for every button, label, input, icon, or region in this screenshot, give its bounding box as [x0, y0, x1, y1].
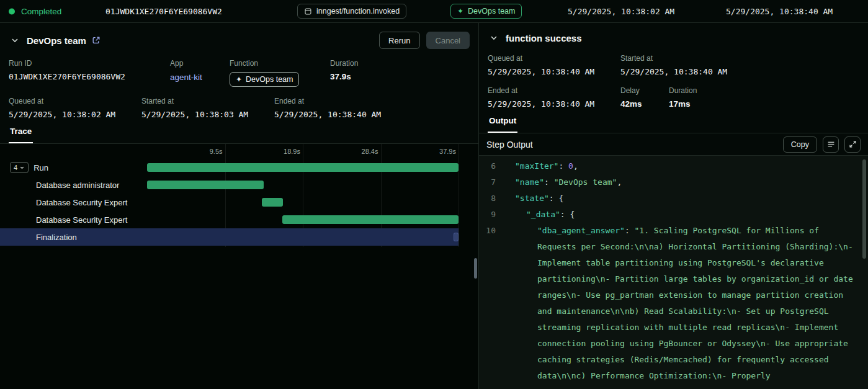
step-duration-value: 17ms: [669, 99, 802, 109]
queued-at-label: Queued at: [9, 97, 141, 105]
step-ended-label: Ended at: [488, 86, 620, 95]
function-pill[interactable]: ✦ DevOps team: [230, 72, 299, 87]
cancel-button[interactable]: Cancel: [426, 32, 470, 49]
axis-tick-label: 28.4s: [362, 148, 378, 155]
topbar-run-id: 01JWDK1XE270F6YE69086VW2: [105, 7, 222, 16]
collapse-run-button[interactable]: [9, 34, 21, 47]
line-number: 7: [479, 174, 504, 190]
delay-value: 42ms: [620, 99, 669, 109]
trace-row[interactable]: Database administrator: [0, 176, 478, 194]
step-queued-label: Queued at: [488, 54, 620, 63]
ended-at-value: 5/29/2025, 10:38:40 AM: [274, 110, 407, 119]
tab-output[interactable]: Output: [488, 112, 517, 133]
code-viewer[interactable]: 6"maxIter": 0,7"name": "DevOps team",8"s…: [479, 156, 868, 389]
event-badge[interactable]: inngest/function.invoked: [297, 4, 406, 19]
code-content: "state": {: [504, 190, 858, 207]
trace-bar[interactable]: [147, 163, 459, 172]
run-status: Completed: [9, 7, 61, 16]
trace-row-label-area: Database administrator: [0, 181, 147, 190]
trace-row[interactable]: 4Run: [0, 159, 478, 176]
duration-label: Duration: [330, 59, 470, 68]
rerun-button[interactable]: Rerun: [379, 32, 419, 49]
trace-row[interactable]: Database Security Expert: [0, 194, 478, 211]
collapse-count: 4: [14, 164, 17, 171]
line-number: 10: [479, 223, 504, 384]
started-at-value: 5/29/2025, 10:38:03 AM: [141, 110, 274, 119]
code-scrollbar[interactable]: [862, 159, 866, 259]
chevron-down-icon: [489, 33, 499, 43]
wrap-lines-button[interactable]: [823, 136, 839, 153]
trace-bar-area: [147, 228, 459, 246]
run-id-value: 01JWDK1XE270F6YE69086VW2: [9, 72, 170, 81]
trace-bar[interactable]: [262, 198, 283, 207]
function-badge-label: DevOps team: [468, 7, 515, 16]
trace-bar-area: [147, 159, 459, 176]
step-output-actions: Copy: [783, 136, 861, 153]
trace-bar[interactable]: [454, 233, 459, 241]
trace-row-label: Database Security Expert: [36, 198, 127, 207]
code-token-key: "name": [515, 177, 544, 187]
status-label: Completed: [21, 7, 61, 16]
run-queued-timestamp: 5/29/2025, 10:38:02 AM: [568, 7, 674, 16]
trace-row-label: Database administrator: [36, 181, 119, 190]
code-content: "dba_agent_answer": "1. Scaling PostgreS…: [504, 223, 858, 384]
right-tabs: Output: [479, 109, 868, 133]
code-token-key: "_data": [526, 210, 560, 219]
trace-row[interactable]: Database Security Expert: [0, 211, 478, 228]
code-token-p: ,: [617, 177, 622, 187]
chevron-down-icon: [19, 165, 25, 171]
function-badge[interactable]: ✦ DevOps team: [450, 4, 522, 19]
trace-row-label: Finalization: [36, 233, 77, 242]
code-token-key: "state": [515, 194, 549, 203]
started-at-label: Started at: [141, 97, 274, 105]
main-content: DevOps team Rerun Cancel Run ID 01JWDK1X…: [0, 23, 868, 389]
collapse-step-button[interactable]: [488, 32, 500, 44]
app-label: App: [170, 59, 230, 68]
code-line: 10"dba_agent_answer": "1. Scaling Postgr…: [479, 223, 868, 384]
external-link-icon[interactable]: [92, 36, 101, 45]
trace-rows: 4RunDatabase administratorDatabase Secur…: [0, 159, 478, 246]
trace-row-label: Database Security Expert: [36, 215, 127, 225]
code-content: "name": "DevOps team",: [504, 174, 858, 190]
trace-row[interactable]: Finalization: [0, 228, 478, 246]
expand-icon: [849, 140, 857, 148]
step-header: function success: [479, 23, 868, 51]
queued-at-value: 5/29/2025, 10:38:02 AM: [9, 110, 141, 119]
trace-scrollbar[interactable]: [474, 258, 477, 279]
code-token-str: "DevOps team": [554, 177, 617, 187]
trace-row-label-area: 4Run: [0, 162, 147, 173]
run-details-panel: DevOps team Rerun Cancel Run ID 01JWDK1X…: [0, 23, 479, 389]
ended-at-label: Ended at: [274, 97, 407, 105]
tab-trace[interactable]: Trace: [9, 123, 33, 143]
code-token-p: : {: [560, 210, 575, 219]
collapse-count-badge[interactable]: 4: [10, 162, 29, 173]
event-icon: [304, 7, 312, 16]
code-token-p: ,: [573, 161, 578, 171]
copy-button[interactable]: Copy: [783, 136, 817, 153]
step-started-label: Started at: [620, 54, 727, 63]
event-badge-label: inngest/function.invoked: [316, 7, 400, 16]
app-link[interactable]: agent-kit: [170, 73, 202, 82]
trace-bar[interactable]: [282, 215, 459, 224]
step-queued-value: 5/29/2025, 10:38:40 AM: [488, 67, 620, 76]
code-line: 6"maxIter": 0,: [479, 158, 868, 174]
code-content: "_data": {: [504, 207, 858, 223]
run-meta-row-1: Run ID 01JWDK1XE270F6YE69086VW2 App agen…: [0, 56, 478, 87]
delay-label: Delay: [620, 86, 669, 95]
step-output-header: Step Output Copy: [479, 133, 868, 156]
status-dot-icon: [9, 8, 15, 14]
trace-bar-area: [147, 211, 459, 228]
duration-value: 37.9s: [330, 72, 470, 81]
line-number: 6: [479, 158, 504, 174]
code-token-num: 0: [568, 161, 573, 171]
step-ended-value: 5/29/2025, 10:38:40 AM: [488, 99, 620, 109]
trace-bar[interactable]: [147, 181, 264, 189]
step-started-value: 5/29/2025, 10:38:40 AM: [620, 67, 727, 76]
trace-row-label-area: Database Security Expert: [0, 198, 147, 207]
expand-button[interactable]: [844, 136, 861, 153]
sparkle-icon: ✦: [457, 7, 463, 15]
code-line: 9"_data": {: [479, 207, 868, 223]
code-line: 7"name": "DevOps team",: [479, 174, 868, 190]
run-actions: Rerun Cancel: [379, 32, 470, 49]
topbar: Completed 01JWDK1XE270F6YE69086VW2 innge…: [0, 0, 868, 23]
